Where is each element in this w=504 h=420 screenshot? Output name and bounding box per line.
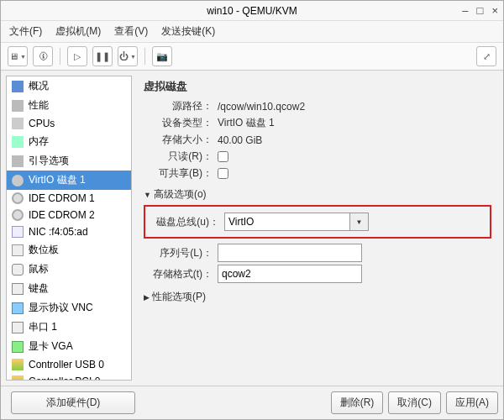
sidebar-item-label: 性能 xyxy=(29,98,49,113)
minimize-icon[interactable]: – xyxy=(462,4,468,17)
content-inner: 虚拟磁盘 源路径： /qcow/win10.qcow2 设备类型： VirtIO… xyxy=(137,76,498,381)
sidebar-item-label: IDE CDROM 2 xyxy=(29,209,95,221)
menu-sendkey[interactable]: 发送按键(K) xyxy=(161,24,215,39)
app-window: win10 - QEMU/KVM – □ × 文件(F) 虚拟机(M) 查看(V… xyxy=(0,0,504,420)
titlebar: win10 - QEMU/KVM – □ × xyxy=(1,1,503,21)
sidebar-item[interactable]: 显卡 VGA xyxy=(7,337,131,356)
close-icon[interactable]: × xyxy=(491,4,498,17)
menu-vm[interactable]: 虚拟机(M) xyxy=(55,24,101,39)
sidebar-item-label: NIC :f4:05:ad xyxy=(29,226,88,238)
maximize-icon[interactable]: □ xyxy=(477,4,484,17)
highlight-box: 磁盘总线(u)： ▼ xyxy=(144,205,491,239)
sidebar-item[interactable]: Controller USB 0 xyxy=(7,356,131,373)
sidebar-item[interactable]: 串口 1 xyxy=(7,318,131,337)
sidebar-item-label: 键盘 xyxy=(29,281,49,296)
sidebar-item[interactable]: NIC :f4:05:ad xyxy=(7,223,131,240)
sidebar-item[interactable]: 内存 xyxy=(7,132,131,151)
chevron-right-icon: ▶ xyxy=(144,293,150,302)
sidebar-item-label: 数位板 xyxy=(29,243,59,257)
console-button[interactable]: 🖥 xyxy=(8,46,28,66)
spacer xyxy=(140,391,326,414)
bus-select[interactable]: ▼ xyxy=(224,213,369,231)
chevron-down-icon: ▼ xyxy=(144,191,151,199)
format-input[interactable] xyxy=(218,265,362,283)
sidebar-item-icon xyxy=(12,226,24,238)
toolbar: 🖥 🛈 ▷ ❚❚ ⏻ 📷 ⤢ xyxy=(1,43,503,71)
menu-file[interactable]: 文件(F) xyxy=(9,24,42,39)
bus-input[interactable] xyxy=(224,213,350,231)
perf-expander[interactable]: ▶ 性能选项(P) xyxy=(144,290,491,304)
cancel-button[interactable]: 取消(C) xyxy=(388,391,441,414)
run-button[interactable]: ▷ xyxy=(67,46,87,66)
sidebar-item-icon xyxy=(12,244,24,256)
details-button[interactable]: 🛈 xyxy=(33,46,53,66)
window-title: win10 - QEMU/KVM xyxy=(207,5,297,17)
row-devtype: 设备类型： VirtIO 磁盘 1 xyxy=(144,116,491,130)
row-format: 存储格式(t)： xyxy=(144,265,491,283)
value-sourcepath: /qcow/win10.qcow2 xyxy=(218,101,305,113)
sidebar-item-label: 内存 xyxy=(29,134,49,149)
remove-button[interactable]: 删除(R) xyxy=(331,391,384,414)
label-devtype: 设备类型： xyxy=(144,116,218,130)
row-sourcepath: 源路径： /qcow/win10.qcow2 xyxy=(144,99,491,113)
sidebar-item-icon xyxy=(12,209,24,221)
sidebar-item-icon xyxy=(12,375,24,380)
sidebar-item[interactable]: 显示协议 VNC xyxy=(7,298,131,318)
advanced-expander[interactable]: ▼ 高级选项(o) xyxy=(144,187,491,202)
sidebar-item-icon xyxy=(12,175,24,186)
label-format: 存储格式(t)： xyxy=(144,267,218,281)
sidebar-item[interactable]: 数位板 xyxy=(7,240,131,260)
sidebar-item[interactable]: 概况 xyxy=(7,76,131,96)
fullscreen-button[interactable]: ⤢ xyxy=(476,46,496,66)
label-readonly: 只读(R)： xyxy=(144,150,218,164)
row-size: 存储大小： 40.00 GiB xyxy=(144,133,491,147)
sidebar-item[interactable]: IDE CDROM 1 xyxy=(7,190,131,207)
shareable-checkbox[interactable] xyxy=(218,168,228,179)
label-serial: 序列号(L)： xyxy=(144,246,218,260)
menubar: 文件(F) 虚拟机(M) 查看(V) 发送按键(K) xyxy=(1,21,503,43)
sidebar-item-icon xyxy=(12,322,24,333)
pause-button[interactable]: ❚❚ xyxy=(92,46,113,66)
row-shareable: 可共享(B)： xyxy=(144,166,491,181)
serial-input[interactable] xyxy=(218,244,362,262)
label-shareable: 可共享(B)： xyxy=(144,166,218,181)
sidebar-item[interactable]: 性能 xyxy=(7,96,131,115)
sidebar-item-label: 引导选项 xyxy=(29,154,69,168)
sidebar-item[interactable]: VirtIO 磁盘 1 xyxy=(7,171,131,190)
sidebar-item-label: IDE CDROM 1 xyxy=(29,192,95,204)
sidebar-item-label: VirtIO 磁盘 1 xyxy=(29,173,86,187)
sidebar-item-label: 概况 xyxy=(29,79,49,93)
value-size: 40.00 GiB xyxy=(218,134,262,146)
sidebar-item[interactable]: 引导选项 xyxy=(7,151,131,171)
label-sourcepath: 源路径： xyxy=(144,99,218,113)
sidebar-item-label: CPUs xyxy=(29,118,55,129)
sidebar-item[interactable]: CPUs xyxy=(7,115,131,132)
menu-view[interactable]: 查看(V) xyxy=(114,24,148,39)
sidebar-list[interactable]: 概况性能CPUs内存引导选项VirtIO 磁盘 1IDE CDROM 1IDE … xyxy=(7,76,131,380)
sidebar-item[interactable]: IDE CDROM 2 xyxy=(7,207,131,223)
sidebar-item-label: 鼠标 xyxy=(29,262,49,276)
separator xyxy=(60,48,60,65)
advanced-label: 高级选项(o) xyxy=(154,187,207,202)
readonly-checkbox[interactable] xyxy=(218,151,228,162)
value-devtype: VirtIO 磁盘 1 xyxy=(218,116,275,130)
sidebar-item-icon xyxy=(12,302,24,314)
sidebar-item-icon xyxy=(12,136,24,148)
sidebar-item-icon xyxy=(12,81,24,92)
sidebar-item-icon xyxy=(12,283,24,295)
add-hardware-button[interactable]: 添加硬件(D) xyxy=(11,391,135,414)
sidebar-item-label: 显示协议 VNC xyxy=(29,301,93,315)
row-readonly: 只读(R)： xyxy=(144,150,491,164)
shutdown-button[interactable]: ⏻ xyxy=(118,46,138,66)
sidebar-item[interactable]: Controller PCI 0 xyxy=(7,373,131,380)
snapshot-button[interactable]: 📷 xyxy=(152,46,172,66)
label-size: 存储大小： xyxy=(144,133,218,147)
footer: 添加硬件(D) 删除(R) 取消(C) 应用(A) xyxy=(1,386,503,419)
bus-dropdown-button[interactable]: ▼ xyxy=(350,213,369,231)
sidebar-item[interactable]: 键盘 xyxy=(7,279,131,298)
sidebar-item-icon xyxy=(12,264,24,276)
apply-button[interactable]: 应用(A) xyxy=(446,391,498,414)
sidebar-item-icon xyxy=(12,100,24,112)
content: 虚拟磁盘 源路径： /qcow/win10.qcow2 设备类型： VirtIO… xyxy=(137,76,498,381)
sidebar-item[interactable]: 鼠标 xyxy=(7,260,131,279)
